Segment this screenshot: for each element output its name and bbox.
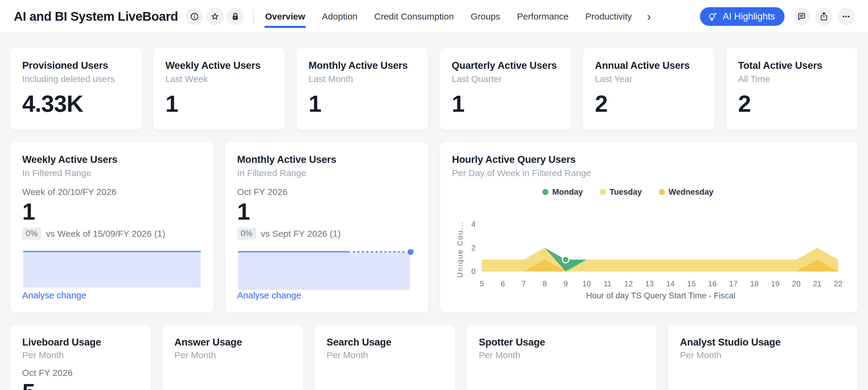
tab-bar: Overview Adoption Credit Consumption Gro… <box>265 11 651 22</box>
comment-icon[interactable] <box>793 8 810 25</box>
liveboard-canvas: Provisioned Users Including deleted user… <box>0 33 868 390</box>
x-tick: 15 <box>687 279 696 288</box>
kpi-subtitle: Last Month <box>309 74 416 84</box>
x-tick: 14 <box>666 279 675 288</box>
usage-subtitle: Per Month <box>327 350 443 361</box>
change-comparison-text: vs Sept FY 2026 (1) <box>261 229 341 239</box>
info-icon[interactable] <box>186 8 203 25</box>
x-tick: 18 <box>750 279 759 288</box>
legend-item-wednesday[interactable]: Wednesday <box>659 188 714 197</box>
page-title: AI and BI System LiveBoard <box>14 9 178 24</box>
kpi-subtitle: Last Quarter <box>452 74 559 84</box>
usage-subtitle: Per Month <box>175 350 291 361</box>
x-tick: 20 <box>792 279 801 288</box>
legend-label: Tuesday <box>610 188 642 197</box>
change-comparison-text: vs Week of 15/09/FY 2026 (1) <box>46 229 165 239</box>
usage-subtitle: Per Month <box>680 350 846 361</box>
usage-title: Analyst Studio Usage <box>680 336 846 348</box>
trend-period: Oct FY 2026 <box>237 187 416 197</box>
x-tick: 10 <box>582 279 591 288</box>
liveboard-header: AI and BI System LiveBoard Overview <box>0 0 868 33</box>
header-divider <box>253 9 254 24</box>
tabs-overflow-chevron-icon[interactable]: › <box>647 12 651 21</box>
legend-item-monday[interactable]: Monday <box>542 188 583 197</box>
x-tick: 22 <box>834 279 842 288</box>
trend-card-monthly-active-users[interactable]: Monthly Active Users In Filtered Range O… <box>225 141 429 313</box>
kpi-value: 1 <box>165 92 273 116</box>
monthly-sparkline-chart <box>237 249 416 290</box>
kpi-value: 4.33K <box>22 92 130 116</box>
usage-value: 5 <box>22 380 139 390</box>
tab-overview[interactable]: Overview <box>265 11 305 22</box>
kpi-card-annual-active-users[interactable]: Annual Active Users Last Year 2 <box>583 48 715 130</box>
kpi-subtitle: Last Year <box>595 74 703 84</box>
legend-item-tuesday[interactable]: Tuesday <box>600 188 642 197</box>
usage-card-analyst-studio[interactable]: Analyst Studio Usage Per Month <box>668 324 858 390</box>
kpi-card-total-active-users[interactable]: Total Active Users All Time 2 <box>726 48 858 130</box>
legend-dot <box>600 189 606 195</box>
change-badge: 0% <box>22 228 41 240</box>
kpi-value: 1 <box>309 92 416 116</box>
kpi-title: Monthly Active Users <box>309 60 416 71</box>
usage-row: Liveboard Usage Per Month Oct FY 2026 5 … <box>10 324 858 390</box>
x-axis-label: Hour of day TS Query Start Time - Fiscal <box>586 291 736 300</box>
legend-label: Wednesday <box>669 188 714 197</box>
kpi-title: Annual Active Users <box>595 60 703 71</box>
trend-title: Weekly Active Users <box>22 154 202 165</box>
hourly-active-query-users-card[interactable]: Hourly Active Query Users Per Day of Wee… <box>440 141 858 313</box>
kpi-subtitle: All Time <box>738 74 846 84</box>
usage-title: Spotter Usage <box>479 336 644 348</box>
x-tick: 5 <box>479 279 484 288</box>
usage-card-spotter[interactable]: Spotter Usage Per Month <box>466 324 657 390</box>
x-tick: 8 <box>542 279 547 288</box>
share-icon[interactable] <box>815 8 833 25</box>
weekly-sparkline-chart <box>22 249 202 288</box>
trend-period: Week of 20/10/FY 2026 <box>22 187 202 197</box>
usage-subtitle: Per Month <box>22 350 139 361</box>
kpi-subtitle: Including deleted users <box>22 74 130 84</box>
data-point-marker[interactable] <box>562 256 569 263</box>
kpi-title: Quarterly Active Users <box>452 60 559 71</box>
usage-card-answer[interactable]: Answer Usage Per Month <box>162 324 304 390</box>
usage-period: Oct FY 2026 <box>22 368 139 378</box>
ai-highlights-button[interactable]: AI Highlights <box>700 7 784 26</box>
kpi-card-weekly-active-users[interactable]: Weekly Active Users Last Week 1 <box>153 48 285 130</box>
sparkle-bulb-icon <box>707 11 718 22</box>
hourly-area-chart: 5678910111213141516171819202122 024 Uniq… <box>452 200 846 301</box>
tab-credit-consumption[interactable]: Credit Consumption <box>374 11 454 22</box>
analyse-change-link[interactable]: Analyse change <box>237 290 416 301</box>
tab-groups[interactable]: Groups <box>471 11 500 22</box>
x-tick: 9 <box>564 279 568 288</box>
kpi-card-provisioned-users[interactable]: Provisioned Users Including deleted user… <box>10 48 142 130</box>
x-tick: 13 <box>645 279 654 288</box>
trend-card-weekly-active-users[interactable]: Weekly Active Users In Filtered Range We… <box>10 141 214 313</box>
kpi-title: Provisioned Users <box>22 60 130 71</box>
kpi-subtitle: Last Week <box>165 74 273 84</box>
trend-row: Weekly Active Users In Filtered Range We… <box>10 141 858 313</box>
tab-adoption[interactable]: Adoption <box>322 11 358 22</box>
kpi-value: 2 <box>738 92 846 116</box>
x-tick: 7 <box>522 279 526 288</box>
kpi-card-quarterly-active-users[interactable]: Quarterly Active Users Last Quarter 1 <box>439 48 572 130</box>
legend-dot <box>659 189 665 195</box>
chart-subtitle: Per Day of Week in Filtered Range <box>452 168 846 178</box>
star-icon[interactable] <box>206 8 224 25</box>
kpi-value: 1 <box>452 92 559 116</box>
more-icon[interactable] <box>837 8 855 25</box>
x-tick: 16 <box>708 279 717 288</box>
kpi-value: 2 <box>595 92 703 116</box>
usage-title: Answer Usage <box>175 336 291 348</box>
x-tick: 6 <box>501 279 505 288</box>
tab-performance[interactable]: Performance <box>517 11 569 22</box>
trend-value: 1 <box>22 199 202 224</box>
lock-icon[interactable] <box>227 8 244 25</box>
x-tick: 11 <box>603 279 612 288</box>
kpi-card-monthly-active-users[interactable]: Monthly Active Users Last Month 1 <box>296 48 429 130</box>
usage-card-search[interactable]: Search Usage Per Month <box>314 324 456 390</box>
legend-label: Monday <box>552 188 583 197</box>
tab-productivity[interactable]: Productivity <box>585 11 632 22</box>
ai-highlights-label: AI Highlights <box>723 11 775 22</box>
y-tick: 0 <box>471 267 475 276</box>
usage-card-liveboard[interactable]: Liveboard Usage Per Month Oct FY 2026 5 <box>10 324 151 390</box>
analyse-change-link[interactable]: Analyse change <box>22 290 202 301</box>
